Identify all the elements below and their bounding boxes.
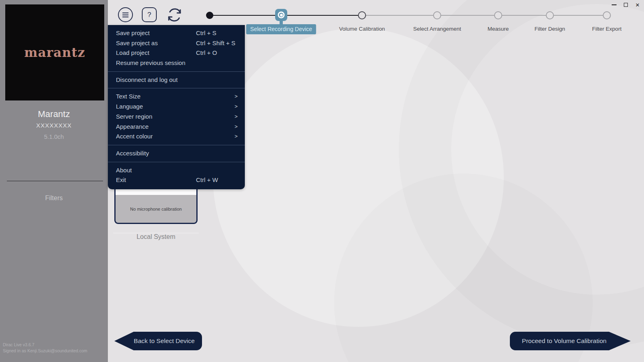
close-button[interactable]: ✕ [634,2,641,8]
app-menu-dropdown: Save project Ctrl + S Save project as Ct… [108,25,245,189]
step-label-filter-design[interactable]: Filter Design [535,26,565,32]
menu-item-save-project-as[interactable]: Save project as Ctrl + Shift + S [108,38,245,48]
step-label-volume-calibration[interactable]: Volume Calibration [339,26,385,32]
submenu-arrow-icon: > [234,102,238,112]
step-node-filter-design[interactable] [546,11,554,19]
submenu-arrow-icon: > [234,92,238,102]
submenu-arrow-icon: > [234,122,238,132]
current-step-ring-icon [278,12,285,19]
shortcut-label: Ctrl + W [196,175,218,185]
sidebar: marantz Marantz XXXXXXXX 5.1.0ch Filters… [0,0,108,362]
step-node-measure[interactable] [494,11,502,19]
filters-label: Filters [0,195,108,202]
step-node-filter-export[interactable] [603,11,611,19]
menu-divider [108,145,245,145]
shortcut-label: Ctrl + S [196,28,216,38]
shortcut-label: Ctrl + O [196,48,217,58]
step-node-select-recording-device[interactable] [275,9,287,21]
submenu-arrow-icon: > [234,132,238,142]
help-button[interactable]: ? [142,7,157,22]
signed-in-status: Signed in as Kenji.Suzuki@soundunited.co… [3,348,87,353]
current-step-dot-icon [280,14,283,17]
submenu-arrow-icon: > [234,112,238,122]
menu-item-disconnect-and-log-out[interactable]: Disconnect and log out [108,75,245,85]
system-label: Local System [114,233,198,241]
menu-item-appearance[interactable]: Appearance > [108,122,245,132]
calibration-status: No microphone calibration [116,195,196,223]
question-mark-icon: ? [147,11,151,19]
current-step-badge[interactable]: Select Recording Device [246,24,316,34]
device-name: Marantz [0,109,108,119]
sidebar-divider [7,181,103,181]
menu-item-accessibility[interactable]: Accessibility [108,149,245,159]
stepper-track-upcoming [362,15,607,16]
step-label-filter-export[interactable]: Filter Export [592,26,622,32]
maximize-button[interactable] [623,2,629,8]
menu-item-resume-previous-session[interactable]: Resume previous session [108,58,245,68]
step-node-select-arrangement[interactable] [433,11,441,19]
menu-divider [108,162,245,162]
menu-item-accent-colour[interactable]: Accent colour > [108,132,245,142]
menu-divider [108,71,245,72]
menu-item-about[interactable]: About [108,165,245,176]
device-model: XXXXXXXX [0,122,108,129]
step-label-measure[interactable]: Measure [488,26,509,32]
menu-item-language[interactable]: Language > [108,102,245,112]
step-node-volume-calibration[interactable] [358,11,366,19]
app-version: Dirac Live v3.6.7 [3,342,34,347]
maximize-icon [624,3,628,7]
menu-item-text-size[interactable]: Text Size > [108,92,245,102]
marantz-logo-text: marantz [24,45,85,60]
device-channels: 5.1.0ch [0,133,108,140]
minimize-icon [612,4,617,5]
step-label-select-arrangement[interactable]: Select Arrangement [413,26,461,32]
proceed-to-volume-calibration-button[interactable]: Proceed to Volume Calibration [510,332,631,350]
refresh-button[interactable] [165,6,184,24]
window-controls: ✕ [611,2,641,8]
menu-item-load-project[interactable]: Load project Ctrl + O [108,48,245,58]
menu-item-server-region[interactable]: Server region > [108,112,245,122]
shortcut-label: Ctrl + Shift + S [196,38,236,48]
sync-icon [166,7,183,23]
menu-item-exit[interactable]: Exit Ctrl + W [108,175,245,185]
close-icon: ✕ [636,2,640,8]
progress-stepper: Select Recording Device Volume Calibrati… [0,0,644,40]
hamburger-menu-button[interactable] [118,7,133,22]
step-node-start[interactable] [206,12,213,19]
minimize-button[interactable] [611,2,617,8]
menu-item-save-project[interactable]: Save project Ctrl + S [108,28,245,38]
hamburger-icon [122,13,128,13]
menu-divider [108,88,245,88]
